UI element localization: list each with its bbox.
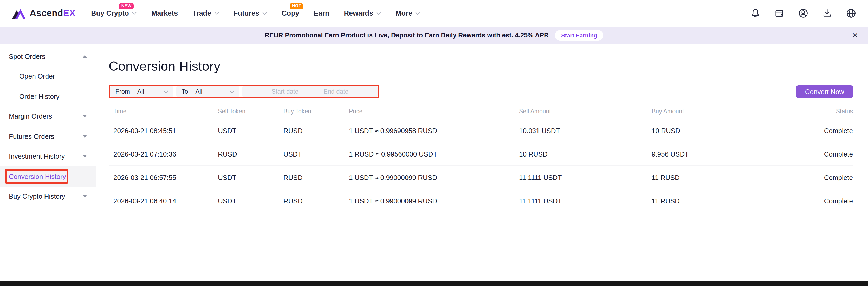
cell-buy-amount: 9.956 USDT [652, 150, 796, 158]
cell-buy-token: RUSD [283, 197, 349, 205]
chevron-down-icon [415, 11, 420, 15]
taskbar-strip [0, 281, 868, 286]
column-header-buy-amount: Buy Amount [652, 108, 796, 114]
nav-item-earn[interactable]: Earn [314, 9, 330, 17]
sidebar-item-label: Futures Orders [9, 133, 54, 140]
cell-sell-amount: 11.1111 USDT [519, 173, 652, 181]
filters-annotation-box: From All To All Start date - End date [109, 85, 379, 98]
to-label: To [182, 88, 188, 95]
date-range-picker[interactable]: Start date - End date [242, 86, 378, 97]
caret-up-icon [83, 55, 87, 58]
caret-down-icon [83, 135, 87, 138]
cell-buy-amount: 11 RUSD [652, 173, 796, 181]
cell-price: 1 USDT ≈ 0.99000099 RUSD [349, 173, 519, 181]
page-layout: Spot Orders Open Order Order History Mar… [0, 44, 868, 281]
banner-close-icon[interactable]: ✕ [852, 32, 858, 39]
nav-item-buy-crypto[interactable]: NEW Buy Crypto [91, 9, 137, 17]
download-icon[interactable] [822, 8, 833, 19]
cell-price: 1 USDT ≈ 0.99690958 RUSD [349, 127, 519, 134]
to-token-select[interactable]: To All [176, 86, 239, 97]
top-navbar: AscendEX NEW Buy Crypto Markets Trade Fu… [0, 0, 868, 27]
nav-label: More [396, 9, 412, 17]
logo-text: AscendEX [30, 8, 75, 19]
cell-price: 1 RUSD ≈ 0.99560000 USDT [349, 150, 519, 158]
column-header-buy-token: Buy Token [283, 108, 349, 114]
promo-banner: REUR Promotional Earn Product is Live, D… [0, 27, 868, 44]
sidebar-item-order-history[interactable]: Order History [0, 86, 96, 106]
cell-sell-amount: 10 RUSD [519, 150, 652, 158]
chevron-down-icon [262, 11, 267, 15]
column-header-sell-amount: Sell Amount [519, 108, 652, 114]
cell-time: 2026-03-21 06:57:55 [113, 173, 218, 181]
language-globe-icon[interactable] [846, 8, 857, 19]
screenshot-viewport: AscendEX NEW Buy Crypto Markets Trade Fu… [0, 0, 868, 286]
cell-sell-token: USDT [218, 127, 283, 134]
chevron-down-icon [163, 89, 168, 94]
from-token-select[interactable]: From All [110, 86, 173, 97]
caret-down-icon [83, 155, 87, 158]
nav-item-markets[interactable]: Markets [151, 9, 178, 17]
sidebar-item-conversion-history[interactable]: Conversion History [0, 166, 96, 186]
hot-badge: HOT [290, 3, 304, 9]
convert-now-button[interactable]: Convert Now [796, 85, 853, 98]
nav-label: Trade [192, 9, 211, 17]
end-date-input[interactable]: End date [323, 88, 348, 95]
nav-label: Earn [314, 9, 330, 17]
cell-sell-token: USDT [218, 197, 283, 205]
sidebar-item-open-order[interactable]: Open Order [0, 66, 96, 86]
sidebar-item-margin-orders[interactable]: Margin Orders [0, 106, 96, 126]
sidebar-item-label: Spot Orders [9, 53, 45, 60]
nav-item-trade[interactable]: Trade [192, 9, 219, 17]
nav-label: Buy Crypto [91, 9, 129, 17]
sidebar-item-label: Order History [19, 93, 60, 100]
main-content: Conversion History From All To All Start… [96, 44, 868, 281]
sidebar-item-buy-crypto-history[interactable]: Buy Crypto History [0, 186, 96, 206]
sidebar-item-investment-history[interactable]: Investment History [0, 147, 96, 166]
column-header-sell-token: Sell Token [218, 108, 283, 114]
cell-time: 2026-03-21 08:45:51 [113, 127, 218, 134]
caret-down-icon [83, 195, 87, 198]
status-badge: Complete [796, 197, 853, 205]
cell-sell-token: RUSD [218, 150, 283, 158]
nav-item-copy[interactable]: HOT Copy [282, 9, 299, 17]
wallet-icon[interactable] [774, 8, 785, 19]
nav-label: Futures [234, 9, 259, 17]
status-badge: Complete [796, 150, 853, 158]
cell-buy-amount: 10 RUSD [652, 127, 796, 134]
nav-item-more[interactable]: More [396, 9, 420, 17]
caret-down-icon [83, 115, 87, 118]
orders-sidebar: Spot Orders Open Order Order History Mar… [0, 44, 96, 281]
nav-item-rewards[interactable]: Rewards [344, 9, 381, 17]
cell-sell-amount: 11.1111 USDT [519, 197, 652, 205]
to-value: All [195, 88, 202, 95]
notification-bell-icon[interactable] [750, 8, 761, 19]
cell-buy-amount: 11 RUSD [652, 197, 796, 205]
from-value: All [137, 88, 144, 95]
start-date-input[interactable]: Start date [272, 88, 299, 95]
main-nav: NEW Buy Crypto Markets Trade Futures HOT… [91, 9, 420, 17]
cell-price: 1 USDT ≈ 0.99000099 RUSD [349, 197, 519, 205]
sidebar-item-label: Investment History [9, 153, 65, 160]
sidebar-item-label: Margin Orders [9, 113, 52, 120]
table-header-row: Time Sell Token Buy Token Price Sell Amo… [109, 103, 853, 119]
start-earning-button[interactable]: Start Earning [555, 30, 603, 40]
ascendex-logo[interactable]: AscendEX [11, 7, 75, 20]
column-header-status: Status [796, 108, 853, 114]
nav-label: Markets [151, 9, 178, 17]
cell-buy-token: USDT [283, 150, 349, 158]
sidebar-item-label: Conversion History [9, 172, 66, 181]
nav-item-futures[interactable]: Futures [234, 9, 267, 17]
page-title: Conversion History [109, 57, 853, 75]
logo-mountain-icon [11, 7, 26, 20]
sidebar-item-futures-orders[interactable]: Futures Orders [0, 126, 96, 147]
sidebar-item-spot-orders[interactable]: Spot Orders [0, 46, 96, 66]
account-icon[interactable] [798, 8, 809, 19]
date-separator: - [310, 88, 312, 95]
from-label: From [116, 88, 130, 95]
chevron-down-icon [229, 89, 234, 94]
cell-sell-amount: 10.031 USDT [519, 127, 652, 134]
sidebar-item-label: Buy Crypto History [9, 193, 65, 200]
table-row: 2026-03-21 07:10:36 RUSD USDT 1 RUSD ≈ 0… [109, 142, 853, 166]
nav-label: Rewards [344, 9, 373, 17]
filter-toolbar: From All To All Start date - End date [109, 85, 853, 98]
